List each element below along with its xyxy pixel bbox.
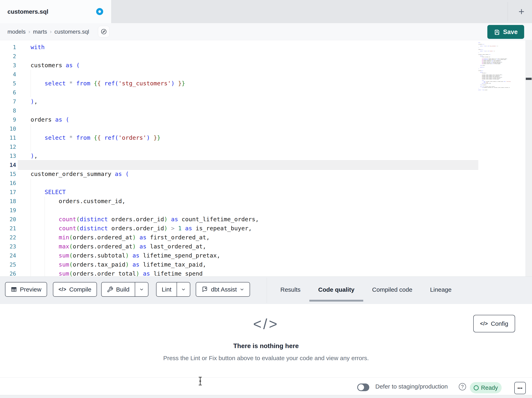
- lint-button-label: Lint: [162, 286, 171, 293]
- config-button[interactable]: </> Config: [473, 315, 515, 332]
- action-strip: Preview </> Compile Build: [0, 276, 532, 304]
- editor-scrollbar-marker[interactable]: [526, 78, 532, 80]
- line-number: 17: [0, 188, 16, 197]
- help-icon[interactable]: ?: [459, 383, 466, 390]
- new-tab-button[interactable]: +: [511, 0, 532, 23]
- breadcrumb-item-file[interactable]: customers.sql: [55, 29, 89, 35]
- code-line[interactable]: 12: [0, 142, 532, 151]
- code-line[interactable]: 4: [0, 70, 532, 79]
- code-line[interactable]: 7),: [0, 97, 532, 106]
- code-text: count(distinct orders.order_id) as count…: [16, 215, 259, 224]
- code-line[interactable]: 8: [0, 106, 532, 115]
- wrench-icon: [107, 286, 113, 293]
- defer-toggle[interactable]: [357, 384, 369, 391]
- code-line[interactable]: 13),: [0, 151, 532, 160]
- code-text: min(orders.ordered_at) as first_ordered_…: [16, 233, 210, 242]
- dbt-ide-window: customers.sql + models › marts › custome…: [0, 0, 532, 398]
- code-line[interactable]: 15customer_orders_summary as (: [0, 170, 532, 179]
- code-text: select * from {{ ref('stg_customers') }}: [16, 79, 185, 88]
- save-button[interactable]: Save: [487, 25, 524, 39]
- window-bottom-edge: [0, 395, 532, 398]
- compile-button[interactable]: </> Compile: [53, 282, 97, 297]
- code-text: ),: [16, 97, 38, 106]
- chevron-down-icon: [240, 287, 244, 292]
- code-line[interactable]: 14: [0, 160, 532, 170]
- code-quality-panel: [0, 304, 532, 378]
- line-number: 19: [0, 206, 16, 215]
- line-number: 14: [0, 160, 16, 170]
- tab-lineage[interactable]: Lineage: [421, 277, 460, 304]
- editor-scrollbar[interactable]: [525, 40, 532, 276]
- breadcrumb-item-marts[interactable]: marts: [33, 29, 47, 35]
- code-editor[interactable]: 1with23customers as (45 select * from {{…: [0, 40, 532, 276]
- code-line[interactable]: 9orders as (: [0, 115, 532, 124]
- line-number: 4: [0, 70, 16, 79]
- empty-state-subtitle: Press the Lint or Fix button above to ev…: [0, 355, 532, 362]
- status-bar: Defer to staging/production ? Ready •••: [0, 378, 532, 395]
- lint-button-main[interactable]: Lint: [157, 282, 177, 296]
- overflow-menu-button[interactable]: •••: [514, 382, 526, 394]
- code-line[interactable]: 10: [0, 124, 532, 133]
- breadcrumb-separator: ›: [28, 29, 30, 35]
- code-line[interactable]: 26 sum(orders.order_total) as lifetime_s…: [0, 269, 532, 276]
- code-text: ),: [16, 151, 38, 160]
- build-split-button[interactable]: Build: [101, 282, 148, 297]
- ibeam-cursor-icon: [198, 377, 203, 385]
- preview-button[interactable]: Preview: [5, 282, 47, 297]
- minimap[interactable]: with customers as ( select * from {{ ref…: [478, 42, 525, 101]
- code-line[interactable]: 16: [0, 179, 532, 188]
- code-text: orders.customer_id,: [16, 197, 125, 206]
- code-line[interactable]: 24 sum(orders.subtotal) as lifetime_spen…: [0, 251, 532, 260]
- result-tabs: Results Code quality Compiled code Linea…: [272, 277, 460, 304]
- code-line[interactable]: 22 min(orders.ordered_at) as first_order…: [0, 233, 532, 242]
- tab-bar-divider: [508, 2, 508, 21]
- code-line[interactable]: 19: [0, 206, 532, 215]
- code-line[interactable]: 3customers as (: [0, 61, 532, 70]
- tab-results[interactable]: Results: [272, 277, 309, 304]
- table-preview-icon: [11, 286, 17, 293]
- minimap-code: with customers as ( select * from {{ ref…: [478, 42, 525, 91]
- line-number: 5: [0, 79, 16, 88]
- build-button-main[interactable]: Build: [101, 282, 135, 296]
- line-number: 22: [0, 233, 16, 242]
- status-badge-label: Ready: [481, 385, 498, 391]
- code-line[interactable]: 2: [0, 52, 532, 61]
- tab-code-quality[interactable]: Code quality: [309, 277, 363, 304]
- code-line[interactable]: 1with: [0, 43, 532, 52]
- line-number: 11: [0, 133, 16, 142]
- code-text: SELECT: [16, 188, 66, 197]
- code-line[interactable]: 18 orders.customer_id,: [0, 197, 532, 206]
- dbt-assist-button[interactable]: dbt Assist: [196, 282, 250, 297]
- code-text: select * from {{ ref('orders') }}: [16, 133, 160, 142]
- chevron-down-icon: [139, 287, 144, 292]
- file-tab-customers-sql[interactable]: customers.sql: [0, 0, 111, 23]
- code-line[interactable]: 11 select * from {{ ref('orders') }}: [0, 133, 532, 142]
- explore-compass-button[interactable]: [98, 26, 110, 38]
- code-line[interactable]: 21 count(distinct orders.order_id) > 1 a…: [0, 224, 532, 233]
- tab-compiled-code[interactable]: Compiled code: [363, 277, 421, 304]
- line-number: 13: [0, 151, 16, 160]
- code-text: orders as (: [16, 115, 69, 124]
- code-lines[interactable]: 1with23customers as (45 select * from {{…: [0, 40, 532, 276]
- line-number: 1: [0, 43, 16, 52]
- code-text: sum(orders.tax_paid) as lifetime_tax_pai…: [16, 260, 206, 269]
- code-line[interactable]: 23 max(orders.ordered_at) as last_ordere…: [0, 242, 532, 251]
- breadcrumb-item-models[interactable]: models: [7, 29, 25, 35]
- code-line[interactable]: 17 SELECT: [0, 188, 532, 197]
- code-line[interactable]: 25 sum(orders.tax_paid) as lifetime_tax_…: [0, 260, 532, 269]
- breadcrumb-bar: models › marts › customers.sql: [0, 23, 532, 40]
- lint-dropdown-toggle[interactable]: [177, 282, 190, 296]
- lint-split-button[interactable]: Lint: [156, 282, 190, 297]
- code-line[interactable]: 6: [0, 88, 532, 97]
- code-text: sum(orders.subtotal) as lifetime_spend_p…: [16, 251, 220, 260]
- line-number: 20: [0, 215, 16, 224]
- code-line[interactable]: 5 select * from {{ ref('stg_customers') …: [0, 79, 532, 88]
- compile-button-label: Compile: [69, 286, 91, 293]
- build-dropdown-toggle[interactable]: [135, 282, 148, 296]
- code-line[interactable]: 20 count(distinct orders.order_id) as co…: [0, 215, 532, 224]
- toggle-knob: [358, 384, 364, 390]
- unsaved-changes-dot-icon: [96, 8, 103, 15]
- line-number: 6: [0, 88, 16, 97]
- line-number: 10: [0, 124, 16, 133]
- config-button-label: Config: [491, 320, 508, 327]
